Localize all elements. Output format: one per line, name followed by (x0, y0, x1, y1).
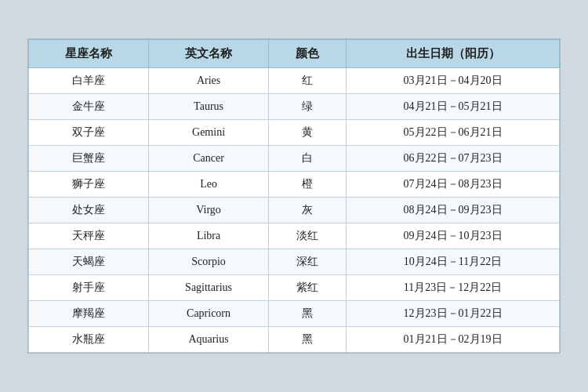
cell-2-2: 黄 (269, 120, 347, 146)
cell-9-1: Capricorn (149, 301, 269, 327)
table-row: 天秤座Libra淡红09月24日－10月23日 (29, 223, 560, 249)
cell-9-2: 黑 (269, 301, 347, 327)
cell-9-3: 12月23日－01月22日 (347, 301, 560, 327)
table-row: 天蝎座Scorpio深红10月24日－11月22日 (29, 249, 560, 275)
cell-0-1: Aries (149, 68, 269, 94)
zodiac-table: 星座名称英文名称颜色出生日期（阳历） 白羊座Aries红03月21日－04月20… (28, 39, 560, 353)
cell-3-2: 白 (269, 146, 347, 172)
cell-5-2: 灰 (269, 198, 347, 223)
table-row: 金牛座Taurus绿04月21日－05月21日 (29, 94, 560, 120)
cell-7-3: 10月24日－11月22日 (347, 249, 560, 275)
cell-3-1: Cancer (149, 146, 269, 172)
table-row: 巨蟹座Cancer白06月22日－07月23日 (29, 146, 560, 172)
cell-8-1: Sagittarius (149, 275, 269, 301)
cell-4-0: 狮子座 (29, 172, 149, 198)
cell-5-1: Virgo (149, 198, 269, 223)
cell-1-0: 金牛座 (29, 94, 149, 120)
cell-10-2: 黑 (269, 327, 347, 353)
cell-5-3: 08月24日－09月23日 (347, 198, 560, 223)
table-row: 摩羯座Capricorn黑12月23日－01月22日 (29, 301, 560, 327)
cell-4-3: 07月24日－08月23日 (347, 172, 560, 198)
table-row: 处女座Virgo灰08月24日－09月23日 (29, 198, 560, 223)
cell-0-3: 03月21日－04月20日 (347, 68, 560, 94)
col-header-3: 出生日期（阳历） (347, 40, 560, 68)
cell-2-3: 05月22日－06月21日 (347, 120, 560, 146)
cell-5-0: 处女座 (29, 198, 149, 223)
table-row: 狮子座Leo橙07月24日－08月23日 (29, 172, 560, 198)
cell-1-1: Taurus (149, 94, 269, 120)
cell-4-1: Leo (149, 172, 269, 198)
cell-7-0: 天蝎座 (29, 249, 149, 275)
cell-2-1: Gemini (149, 120, 269, 146)
cell-0-2: 红 (269, 68, 347, 94)
cell-10-0: 水瓶座 (29, 327, 149, 353)
cell-8-3: 11月23日－12月22日 (347, 275, 560, 301)
zodiac-table-container: 星座名称英文名称颜色出生日期（阳历） 白羊座Aries红03月21日－04月20… (27, 38, 561, 354)
cell-6-1: Libra (149, 223, 269, 249)
cell-8-0: 射手座 (29, 275, 149, 301)
table-row: 双子座Gemini黄05月22日－06月21日 (29, 120, 560, 146)
cell-6-3: 09月24日－10月23日 (347, 223, 560, 249)
table-header-row: 星座名称英文名称颜色出生日期（阳历） (29, 40, 560, 68)
cell-0-0: 白羊座 (29, 68, 149, 94)
cell-10-3: 01月21日－02月19日 (347, 327, 560, 353)
cell-7-2: 深红 (269, 249, 347, 275)
cell-10-1: Aquarius (149, 327, 269, 353)
table-body: 白羊座Aries红03月21日－04月20日金牛座Taurus绿04月21日－0… (29, 68, 560, 353)
cell-3-0: 巨蟹座 (29, 146, 149, 172)
cell-9-0: 摩羯座 (29, 301, 149, 327)
col-header-0: 星座名称 (29, 40, 149, 68)
cell-1-2: 绿 (269, 94, 347, 120)
cell-6-2: 淡红 (269, 223, 347, 249)
cell-8-2: 紫红 (269, 275, 347, 301)
cell-7-1: Scorpio (149, 249, 269, 275)
table-row: 水瓶座Aquarius黑01月21日－02月19日 (29, 327, 560, 353)
col-header-1: 英文名称 (149, 40, 269, 68)
table-row: 白羊座Aries红03月21日－04月20日 (29, 68, 560, 94)
cell-1-3: 04月21日－05月21日 (347, 94, 560, 120)
cell-4-2: 橙 (269, 172, 347, 198)
cell-6-0: 天秤座 (29, 223, 149, 249)
cell-3-3: 06月22日－07月23日 (347, 146, 560, 172)
cell-2-0: 双子座 (29, 120, 149, 146)
table-row: 射手座Sagittarius紫红11月23日－12月22日 (29, 275, 560, 301)
col-header-2: 颜色 (269, 40, 347, 68)
